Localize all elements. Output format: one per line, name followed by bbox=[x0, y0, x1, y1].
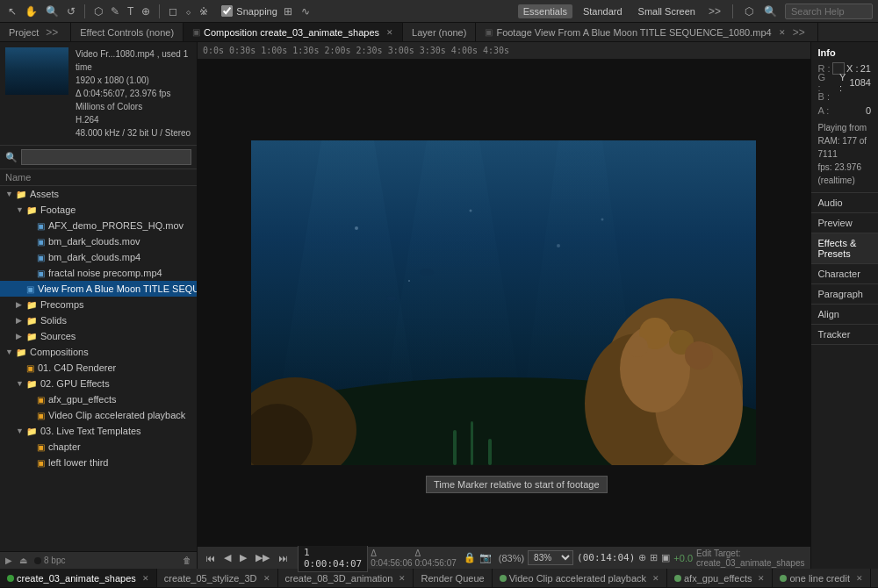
tab-footage[interactable]: ▣ Footage View From A Blue Moon TITLE SE… bbox=[476, 23, 817, 41]
tree-item-assets[interactable]: ▼ 📁 Assets bbox=[0, 186, 197, 202]
tab-composition[interactable]: ▣ Composition create_03_animate_shapes ✕ bbox=[184, 23, 403, 41]
tree-item-view-from-blue[interactable]: ▣ View From A Blue Moon TITLE SEQUENC bbox=[0, 281, 197, 297]
assets-toggle[interactable]: ▼ bbox=[5, 190, 16, 198]
channels-icon[interactable]: ▣ bbox=[661, 552, 670, 563]
solids-toggle[interactable]: ▶ bbox=[16, 316, 26, 325]
status-icon-2[interactable]: ⏏ bbox=[19, 556, 27, 565]
snapping-icon-2[interactable]: ∿ bbox=[299, 4, 313, 19]
gpu-folder-icon: 📁 bbox=[26, 379, 37, 389]
next-frame-btn[interactable]: ▶▶ bbox=[253, 550, 272, 565]
tree-item-sources[interactable]: ▶ 📁 Sources bbox=[0, 328, 197, 344]
one-line-tab-close[interactable]: ✕ bbox=[856, 574, 863, 583]
comp-close-btn[interactable]: ✕ bbox=[386, 28, 393, 37]
c4d-comp-icon: ▣ bbox=[26, 363, 34, 373]
panel-section-effects-presets[interactable]: Effects & Presets bbox=[811, 233, 879, 264]
text-tool-icon[interactable]: T bbox=[125, 4, 136, 19]
camera-tool-icon[interactable]: ⬡ bbox=[91, 4, 105, 19]
timeline-tab-video-clip[interactable]: Video Clip accelerated playback ✕ bbox=[493, 569, 667, 587]
paint-tool-icon[interactable]: ⬦ bbox=[183, 4, 194, 19]
tree-item-gpu-effects[interactable]: ▼ 📁 02. GPU Effects bbox=[0, 376, 197, 391]
tree-item-footage-folder[interactable]: ▼ 📁 Footage bbox=[0, 202, 197, 218]
create-08-close[interactable]: ✕ bbox=[399, 574, 406, 583]
panel-section-tracker[interactable]: Tracker bbox=[811, 325, 879, 345]
project-expand-icon[interactable]: >> bbox=[42, 26, 61, 39]
create-05-close[interactable]: ✕ bbox=[263, 574, 270, 583]
tree-item-afx-gpu[interactable]: ▣ afx_gpu_effects bbox=[0, 391, 197, 407]
tree-item-live-text[interactable]: ▼ 📁 03. Live Text Templates bbox=[0, 423, 197, 439]
afx-file-icon: ▣ bbox=[37, 221, 45, 231]
tree-item-chapter[interactable]: ▣ chapter bbox=[0, 439, 197, 455]
settings-icon[interactable]: ⬡ bbox=[742, 4, 756, 19]
workspace-essentials-btn[interactable]: Essentials bbox=[518, 4, 572, 18]
timeline-tab-create-03[interactable]: create_03_animate_shapes ✕ bbox=[0, 569, 157, 587]
panel-section-audio[interactable]: Audio bbox=[811, 193, 879, 213]
snapping-icon[interactable]: ⊞ bbox=[281, 4, 295, 19]
live-text-label: 03. Live Text Templates bbox=[40, 426, 141, 436]
afx-gpu-tab-close[interactable]: ✕ bbox=[758, 574, 765, 583]
puppet-tool-icon[interactable]: ※ bbox=[197, 4, 211, 19]
hand-tool-icon[interactable]: ✋ bbox=[22, 4, 40, 19]
tab-layer[interactable]: Layer (none) bbox=[403, 23, 476, 41]
live-text-toggle[interactable]: ▼ bbox=[16, 427, 26, 435]
tree-item-compositions[interactable]: ▼ 📁 Compositions bbox=[0, 344, 197, 360]
x-value: 21 bbox=[860, 63, 871, 74]
timeline-tab-create-05[interactable]: create_05_stylize_3D ✕ bbox=[157, 569, 278, 587]
zoom-select[interactable]: 83%50%100% bbox=[528, 550, 573, 565]
end-btn[interactable]: ⏭ bbox=[276, 551, 291, 565]
tree-item-left-lower[interactable]: ▣ left lower third bbox=[0, 455, 197, 470]
safe-zones-icon[interactable]: ⊕ bbox=[638, 552, 646, 563]
tree-item-afx-demo[interactable]: ▣ AFX_demo_PRORES_HQ.mov bbox=[0, 218, 197, 233]
sources-toggle[interactable]: ▶ bbox=[16, 332, 26, 341]
timeline-tab-one-line[interactable]: one line credit ✕ bbox=[773, 569, 871, 587]
fractal-icon: ▣ bbox=[37, 269, 45, 278]
brush-tool-icon[interactable]: ⊕ bbox=[139, 4, 153, 19]
status-icon-1[interactable]: ▶ bbox=[5, 556, 12, 565]
tab-effect-controls[interactable]: Effect Controls (none) bbox=[71, 23, 184, 41]
play-pause-btn[interactable]: ▶ bbox=[237, 550, 249, 565]
video-clip-tab-close[interactable]: ✕ bbox=[652, 574, 659, 583]
tree-item-precomps[interactable]: ▶ 📁 Precomps bbox=[0, 297, 197, 312]
tree-item-bm-clouds-mov[interactable]: ▣ bm_dark_clouds.mov bbox=[0, 233, 197, 249]
help-search-input[interactable] bbox=[785, 4, 873, 19]
tree-item-video-clip[interactable]: ▣ Video Clip accelerated playback bbox=[0, 407, 197, 423]
panel-section-character[interactable]: Character bbox=[811, 264, 879, 284]
gpu-toggle[interactable]: ▼ bbox=[16, 379, 26, 388]
footage-expand-icon[interactable]: >> bbox=[789, 26, 809, 39]
lock-icon[interactable]: 🔒 bbox=[464, 552, 476, 563]
workspace-small-screen-btn[interactable]: Small Screen bbox=[633, 4, 701, 18]
tab-project[interactable]: Project >> bbox=[0, 23, 71, 41]
workspace-standard-btn[interactable]: Standard bbox=[578, 4, 628, 18]
render-queue-tab-label: Render Queue bbox=[421, 573, 484, 584]
camera-icon[interactable]: 📷 bbox=[479, 552, 492, 563]
comps-toggle[interactable]: ▼ bbox=[5, 348, 16, 356]
edit-target-display: Edit Target: create_03_animate_shapes bbox=[696, 549, 804, 568]
shape-tool-icon[interactable]: ◻ bbox=[166, 4, 180, 19]
snapping-checkbox[interactable] bbox=[221, 5, 233, 17]
play-btn[interactable]: ⏮ bbox=[203, 551, 218, 565]
tree-item-c4d[interactable]: ▣ 01. C4D Renderer bbox=[0, 360, 197, 376]
zoom-tool-icon[interactable]: 🔍 bbox=[43, 4, 61, 19]
timeline-tab-afx-gpu[interactable]: afx_gpu_effects ✕ bbox=[667, 569, 773, 587]
rotate-tool-icon[interactable]: ↺ bbox=[64, 4, 78, 19]
footage-close-btn[interactable]: ✕ bbox=[779, 28, 786, 37]
workspace-expand-icon[interactable]: >> bbox=[706, 4, 723, 19]
search-icon[interactable]: 🔍 bbox=[761, 4, 780, 19]
panel-section-preview[interactable]: Preview bbox=[811, 213, 879, 233]
pen-tool-icon[interactable]: ✎ bbox=[108, 4, 122, 19]
arrow-tool-icon[interactable]: ↖ bbox=[5, 4, 19, 19]
panel-section-align[interactable]: Align bbox=[811, 305, 879, 325]
panel-section-paragraph[interactable]: Paragraph bbox=[811, 284, 879, 305]
trash-icon[interactable]: 🗑 bbox=[183, 556, 191, 565]
create-03-close[interactable]: ✕ bbox=[142, 574, 149, 583]
prev-frame-btn[interactable]: ◀ bbox=[221, 550, 234, 565]
tree-item-bm-clouds-mp4[interactable]: ▣ bm_dark_clouds.mp4 bbox=[0, 249, 197, 265]
grid-icon[interactable]: ⊞ bbox=[650, 552, 658, 563]
project-search-input[interactable] bbox=[21, 149, 191, 165]
tree-item-fractal-noise[interactable]: ▣ fractal noise precomp.mp4 bbox=[0, 265, 197, 281]
footage-folder-toggle[interactable]: ▼ bbox=[16, 205, 26, 214]
viewer-canvas[interactable]: Time Marker relative to start of footage bbox=[198, 60, 810, 546]
precomps-toggle[interactable]: ▶ bbox=[16, 300, 26, 309]
tree-item-solids[interactable]: ▶ 📁 Solids bbox=[0, 312, 197, 328]
current-timecode[interactable]: 1 0:00:04:07 bbox=[298, 544, 368, 572]
ruler-mark-0: 0:0s bbox=[203, 46, 224, 55]
